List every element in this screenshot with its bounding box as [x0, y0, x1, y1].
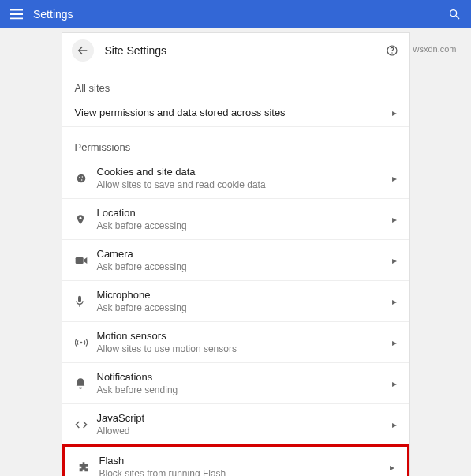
row-notifications[interactable]: NotificationsAsk before sending ▸	[62, 363, 409, 404]
svg-point-3	[391, 52, 392, 53]
row-sub: Allow sites to use motion sensors	[97, 343, 392, 354]
svg-rect-9	[75, 257, 83, 264]
svg-point-4	[77, 174, 85, 182]
row-label: JavaScript	[97, 412, 392, 424]
row-camera[interactable]: CameraAsk before accessing ▸	[62, 240, 409, 281]
row-sub: Ask before accessing	[97, 302, 392, 313]
chevron-right-icon: ▸	[390, 462, 394, 473]
svg-point-0	[450, 10, 457, 17]
chevron-right-icon: ▸	[392, 173, 397, 184]
row-microphone[interactable]: MicrophoneAsk before accessing ▸	[62, 281, 409, 322]
svg-point-7	[80, 179, 82, 181]
extension-icon	[77, 461, 99, 474]
row-label: Notifications	[97, 371, 392, 383]
row-sub: Ask before accessing	[97, 220, 392, 231]
svg-point-6	[81, 176, 82, 177]
camera-icon	[75, 256, 97, 265]
svg-point-8	[79, 216, 81, 219]
settings-card: wsxdn.com Site Settings All sites View p…	[62, 33, 409, 476]
hamburger-menu-icon[interactable]	[8, 9, 25, 20]
search-icon[interactable]	[446, 8, 463, 21]
chevron-right-icon: ▸	[392, 107, 397, 118]
chevron-right-icon: ▸	[392, 255, 397, 266]
row-sub: Block sites from running Flash	[99, 468, 390, 476]
row-view-permissions[interactable]: View permissions and data stored across …	[62, 99, 409, 127]
app-title: Settings	[33, 8, 73, 21]
app-topbar: Settings	[0, 0, 471, 28]
motion-icon	[75, 337, 97, 348]
row-sub: Ask before sending	[97, 384, 392, 395]
row-label: Cookies and site data	[97, 166, 392, 178]
location-icon	[75, 213, 97, 226]
row-sub: Ask before accessing	[97, 261, 392, 272]
svg-point-5	[79, 176, 80, 178]
help-icon[interactable]	[384, 43, 400, 58]
svg-line-1	[456, 16, 459, 19]
chevron-right-icon: ▸	[392, 419, 397, 430]
page-title: Site Settings	[105, 44, 167, 57]
row-javascript[interactable]: JavaScriptAllowed ▸	[62, 404, 409, 445]
row-location[interactable]: LocationAsk before accessing ▸	[62, 199, 409, 240]
row-label: View permissions and data stored across …	[75, 107, 392, 118]
svg-point-11	[80, 341, 82, 343]
row-motion-sensors[interactable]: Motion sensorsAllow sites to use motion …	[62, 322, 409, 363]
row-label: Camera	[97, 248, 392, 260]
watermark: wsxdn.com	[413, 44, 456, 54]
chevron-right-icon: ▸	[392, 214, 397, 225]
chevron-right-icon: ▸	[392, 337, 397, 348]
row-label: Motion sensors	[97, 330, 392, 342]
card-header: Site Settings	[62, 33, 409, 68]
section-all-sites: All sites	[62, 68, 409, 99]
row-cookies[interactable]: Cookies and site dataAllow sites to save…	[62, 158, 409, 199]
row-label: Microphone	[97, 289, 392, 301]
row-label: Flash	[99, 455, 390, 467]
row-sub: Allowed	[97, 425, 392, 437]
chevron-right-icon: ▸	[392, 296, 397, 307]
row-flash[interactable]: FlashBlock sites from running Flash ▸	[62, 444, 409, 476]
cookie-icon	[75, 172, 97, 185]
back-button[interactable]	[72, 39, 94, 62]
row-sub: Allow sites to save and read cookie data	[97, 179, 392, 190]
arrow-left-icon	[77, 44, 89, 57]
bell-icon	[75, 377, 97, 390]
microphone-icon	[75, 295, 97, 308]
chevron-right-icon: ▸	[392, 378, 397, 389]
code-icon	[75, 420, 97, 429]
svg-rect-10	[78, 295, 81, 302]
row-label: Location	[97, 207, 392, 219]
section-permissions: Permissions	[62, 127, 409, 158]
